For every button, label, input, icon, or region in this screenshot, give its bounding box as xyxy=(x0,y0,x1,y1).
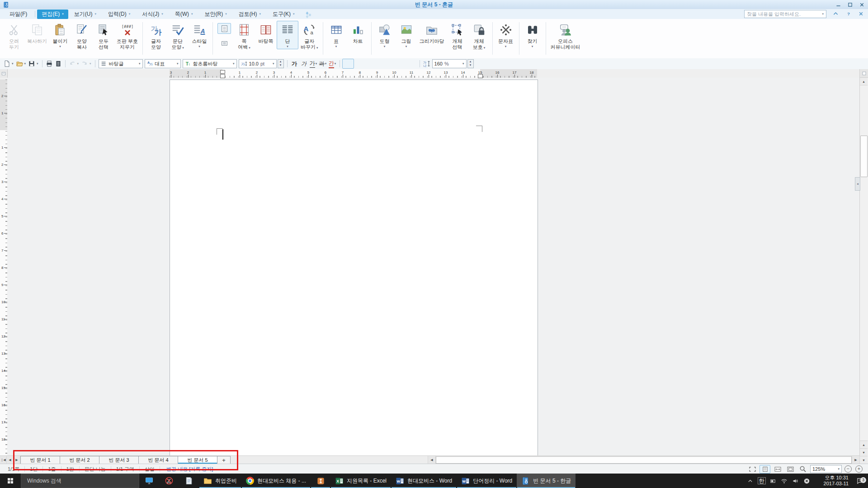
italic-button[interactable]: 가 xyxy=(299,59,309,68)
para-shape-button[interactable]: 문단모양 ▾ xyxy=(167,21,189,51)
chart-button[interactable]: 차트 xyxy=(347,21,369,45)
font-color-button[interactable]: 간▾ xyxy=(328,59,337,68)
doc-tab-1[interactable]: 빈 문서 1 xyxy=(20,456,60,464)
close-document-button[interactable] xyxy=(858,11,864,17)
save-dropdown-icon[interactable]: ▾ xyxy=(37,62,38,66)
view-actual-size-button[interactable] xyxy=(785,465,796,474)
find-button[interactable]: 찾기▾ xyxy=(522,21,543,49)
doc-tab-5[interactable]: 빈 문서 5 xyxy=(178,456,217,464)
taskbar-search-input[interactable]: Windows 검색 xyxy=(21,474,139,488)
line-spacing-select[interactable]: 160 % ▾ xyxy=(432,59,467,68)
menu-item-page[interactable]: 쪽(W)▾ xyxy=(169,9,199,19)
line-spacing-stepper[interactable]: ▲▼ xyxy=(467,59,474,68)
undo-button[interactable] xyxy=(68,59,77,68)
zoom-lens-icon[interactable] xyxy=(799,465,807,473)
vertical-scroll-thumb[interactable] xyxy=(860,136,868,177)
shape-copy-button[interactable]: 모양복사 xyxy=(71,21,93,51)
align-left-button[interactable] xyxy=(355,59,367,69)
erase-marks-button[interactable]: [###]조판 부호지우기 xyxy=(114,21,140,51)
outline-view-button[interactable] xyxy=(217,23,231,34)
underline-button[interactable]: 가▾ xyxy=(309,59,318,68)
first-line-indent-marker[interactable] xyxy=(220,70,225,74)
menu-item-edit[interactable]: 편집(E)▾ xyxy=(37,9,68,19)
draw-canvas-button[interactable]: 그리기마당 xyxy=(417,21,447,45)
track-changes-status[interactable]: 변경 내용 [기록 중지] xyxy=(160,466,219,473)
doc-tab-2[interactable]: 빈 문서 2 xyxy=(60,456,99,464)
horizontal-scroll-thumb[interactable] xyxy=(436,456,852,464)
page-view-button[interactable] xyxy=(217,38,231,48)
align-justify-button[interactable] xyxy=(342,59,354,69)
taskbar-app-word-4[interactable]: W현대모비스 - Word xyxy=(391,474,457,488)
font-size-select[interactable]: 가 10.0 pt ▾ xyxy=(239,59,277,68)
doc-tab-3[interactable]: 빈 문서 3 xyxy=(99,456,139,464)
paste-button[interactable]: 붙이기▾ xyxy=(49,21,71,49)
open-button[interactable] xyxy=(15,59,24,68)
vertical-scrollbar[interactable]: ▲ ▲ ▼ ▼ xyxy=(859,69,868,464)
taskbar-clock[interactable]: 오후 10:31 2017-03-11 xyxy=(812,475,852,487)
taskbar-monitor-button[interactable] xyxy=(139,474,159,488)
tray-x-circle-icon[interactable] xyxy=(801,474,812,488)
taskbar-notepad-button[interactable] xyxy=(179,474,199,488)
document-workspace[interactable] xyxy=(7,78,860,455)
next-tab-button[interactable]: ▶ xyxy=(14,456,20,464)
table-button[interactable]: 표▾ xyxy=(326,21,347,49)
volume-icon[interactable] xyxy=(790,474,801,488)
scissors-button[interactable]: 오려두기 xyxy=(3,21,25,51)
menu-item-view[interactable]: 보기(U)▾ xyxy=(68,9,102,19)
view-page-width-button[interactable] xyxy=(760,465,770,474)
font-size-stepper[interactable]: ▲▼ xyxy=(278,59,284,68)
save-button[interactable] xyxy=(27,59,36,68)
align-right-button[interactable] xyxy=(380,59,392,69)
view-fit-width-button[interactable] xyxy=(772,465,783,474)
scroll-config-button[interactable] xyxy=(860,69,868,78)
taskbar-app-chrome-1[interactable]: 현대모비스 채용 - ... xyxy=(241,474,311,488)
undo-dropdown-icon[interactable]: ▾ xyxy=(77,62,79,66)
office-comm-button[interactable]: 오피스커뮤니케이터 xyxy=(548,21,583,51)
close-button[interactable] xyxy=(858,1,865,8)
sidebar-collapse-handle[interactable]: ◂ xyxy=(855,177,860,191)
quick-find-input[interactable]: 찾을 내용을 입력하세요. ▾ xyxy=(744,10,826,18)
tab-type-button[interactable] xyxy=(0,69,8,78)
view-fit-page-button[interactable] xyxy=(747,465,758,474)
menu-item-format[interactable]: 서식(J)▾ xyxy=(136,9,169,19)
redo-button[interactable] xyxy=(80,59,89,68)
shapes-button[interactable]: 도형▾ xyxy=(374,21,396,49)
menu-item-security[interactable]: 보안(R)▾ xyxy=(199,9,233,19)
action-center-button[interactable]: 3 xyxy=(852,477,868,485)
ime-indicator[interactable]: 한 xyxy=(756,474,767,488)
base-page-button[interactable]: 바탕쪽 xyxy=(255,21,277,45)
zoom-in-button[interactable]: + xyxy=(855,465,863,473)
wifi-icon[interactable] xyxy=(778,474,790,488)
picture-button[interactable]: 그림▾ xyxy=(396,21,417,49)
right-indent-marker[interactable] xyxy=(478,74,483,78)
print-button[interactable] xyxy=(45,59,54,68)
taskbar-app-folder-0[interactable]: 취업준비 xyxy=(199,474,241,488)
select-all-button[interactable]: 모두선택 xyxy=(93,21,114,51)
page-margin-button[interactable]: 쪽여백 ▾ xyxy=(233,21,255,51)
char-swap-button[interactable]: Aa글자바꾸기 ▾ xyxy=(298,21,320,51)
zoom-level-select[interactable]: 125% ▾ xyxy=(810,465,842,473)
style-button[interactable]: A스타일▾ xyxy=(189,21,210,49)
scroll-left-button[interactable]: ◀ xyxy=(428,456,436,464)
object-select-button[interactable]: 개체선택 xyxy=(447,21,468,51)
menu-item-file[interactable]: 파일(F) xyxy=(4,9,33,19)
scroll-down-button[interactable]: ▼ xyxy=(860,456,868,464)
font-select[interactable]: Tt 함초롬바탕 ▾ xyxy=(183,59,237,68)
taskbar-capture-button[interactable] xyxy=(159,474,179,488)
doc-tab-4[interactable]: 빈 문서 4 xyxy=(138,456,178,464)
strikethrough-button[interactable]: 과▾ xyxy=(318,59,328,68)
taskbar-app-word-5[interactable]: W단어정리 - Word xyxy=(457,474,517,488)
tray-display-icon[interactable] xyxy=(767,474,778,488)
scroll-right-button[interactable]: ▶ xyxy=(852,456,860,464)
zoom-out-button[interactable]: − xyxy=(844,465,852,473)
left-indent-marker[interactable] xyxy=(220,74,225,78)
quick-find-dropdown-icon[interactable]: ▾ xyxy=(822,12,824,16)
first-tab-button[interactable]: ❘◀ xyxy=(0,456,7,464)
menu-item-input[interactable]: 입력(D)▾ xyxy=(102,9,136,19)
charmap-button[interactable]: 문자표▾ xyxy=(495,21,517,49)
add-tab-button[interactable]: + xyxy=(217,456,231,464)
start-button[interactable] xyxy=(0,474,21,488)
open-dropdown-icon[interactable]: ▾ xyxy=(24,62,26,66)
columns-button[interactable]: 단▾ xyxy=(277,21,298,49)
maximize-button[interactable] xyxy=(846,1,854,8)
